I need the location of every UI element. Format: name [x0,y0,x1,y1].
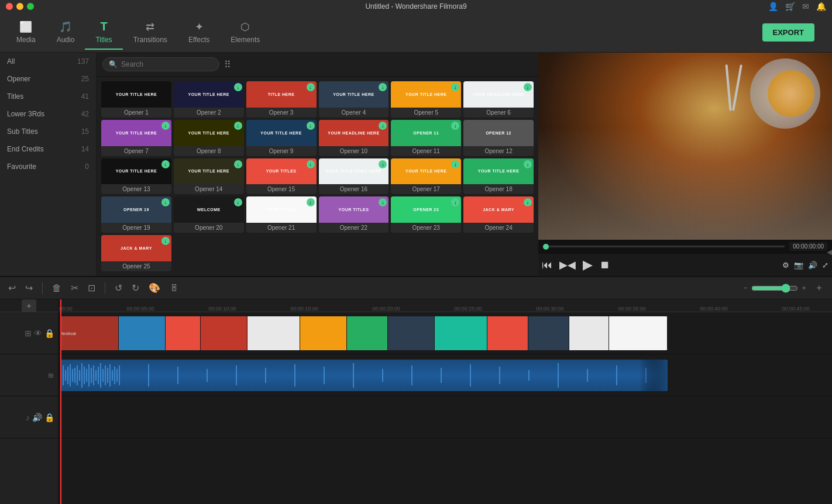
sidebar-item-subtitles[interactable]: Sub Titles 15 [0,123,96,140]
title-card-12[interactable]: Opener 12Opener 12 [463,120,534,156]
download-badge-19[interactable]: ↓ [161,198,170,206]
color-correct-button[interactable]: 🎨 [146,281,163,295]
timeline-ruler[interactable]: 00:00:00:00 00:00:05:00 00:00:10:00 00:0… [59,299,832,312]
title-card-6[interactable]: YOUR HEADLINE HERE↓Opener 6 [463,81,534,118]
sidebar-item-endcredits[interactable]: End Credits 14 [0,140,96,158]
title-card-3[interactable]: TITLE HERE↓Opener 3 [246,81,317,118]
clip-4[interactable] [201,316,247,350]
undo-button[interactable]: ↩ [6,281,18,295]
clip-9[interactable] [435,316,487,350]
tab-elements[interactable]: ⬡ Elements [220,15,270,50]
search-box[interactable]: 🔍 [102,57,219,71]
download-badge-23[interactable]: ↓ [451,198,459,206]
download-badge-20[interactable]: ↓ [234,198,242,206]
minimize-button[interactable] [16,3,23,10]
title-card-21[interactable]: Your Titles↓Opener 21 [246,196,317,233]
download-badge-17[interactable]: ↓ [451,160,459,168]
clip-5[interactable] [247,316,300,350]
zoom-slider[interactable] [751,284,798,293]
title-card-9[interactable]: Your Title Here↓Opener 9 [246,120,317,156]
download-badge-16[interactable]: ↓ [379,160,387,168]
title-card-11[interactable]: Opener 11↓Opener 11 [391,120,461,156]
clip-3[interactable] [166,316,201,350]
download-badge-14[interactable]: ↓ [234,160,242,168]
download-badge-5[interactable]: ↓ [451,83,459,91]
lock-icon[interactable]: 🔒 [44,329,54,338]
cart-icon[interactable]: 🛒 [785,2,795,11]
snapshot-button[interactable]: 📷 [794,261,803,270]
title-card-14[interactable]: YOUR TITLE HERE↓Opener 14 [174,158,244,195]
clip-10[interactable] [487,316,528,350]
download-badge-22[interactable]: ↓ [379,198,387,206]
layers-icon[interactable]: ⊞ [25,329,32,338]
notification-icon[interactable]: 🔔 [816,2,826,11]
title-card-4[interactable]: YOUR TITLE HERE↓Opener 4 [319,81,389,118]
play-button[interactable]: ▶ [583,257,593,272]
audio-waveform-clip[interactable] [60,360,668,391]
stop-button[interactable]: ⏹ [600,259,610,271]
clip-13[interactable] [609,316,668,350]
window-controls[interactable] [6,3,34,10]
download-badge-6[interactable]: ↓ [524,83,532,91]
title-card-2[interactable]: YOUR TITLE HERE↓Opener 2 [174,81,244,118]
download-badge-24[interactable]: ↓ [524,198,532,206]
title-card-17[interactable]: YOUR TITLE HERE↓Opener 17 [391,158,461,195]
timeline-scrubber[interactable] [543,246,785,247]
title-card-5[interactable]: YOUR TITLE HERE↓Opener 5 [391,81,461,118]
title-card-20[interactable]: Welcome↓Opener 20 [174,196,244,233]
video-clip-group[interactable]: festival [60,316,668,350]
sidebar-item-favourite[interactable]: Favourite 0 [0,158,96,175]
title-card-25[interactable]: Jack & Mary↓Opener 25 [101,235,171,271]
download-badge-9[interactable]: ↓ [307,122,315,130]
search-input[interactable] [121,60,213,68]
zoom-out-icon[interactable]: － [742,283,749,293]
download-badge-4[interactable]: ↓ [379,83,387,91]
delete-button[interactable]: 🗑 [50,282,64,295]
download-badge-13[interactable]: ↓ [161,160,170,168]
clip-11[interactable] [528,316,569,350]
mail-icon[interactable]: ✉ [802,2,809,11]
crop-button[interactable]: ⊡ [85,281,98,295]
clip-6[interactable] [300,316,347,350]
title-card-10[interactable]: YOUR HEADLINE HERE↓Opener 10 [319,120,389,156]
zoom-in-icon[interactable]: ＋ [800,283,807,293]
title-card-19[interactable]: Opener 19↓Opener 19 [101,196,171,233]
title-card-22[interactable]: Your Titles↓Opener 22 [319,196,389,233]
playhead[interactable] [60,299,61,504]
sidebar-item-opener[interactable]: Opener 25 [0,70,96,88]
tab-titles[interactable]: T Titles [85,15,122,50]
title-card-1[interactable]: YOUR TITLE HEREOpener 1 [101,81,171,118]
title-card-15[interactable]: Your Titles↓Opener 15 [246,158,317,195]
download-badge-3[interactable]: ↓ [307,83,315,91]
eye-icon[interactable]: 👁 [34,329,42,338]
fullscreen-button[interactable]: ⤢ [822,261,828,270]
audio-settings-button[interactable]: 🎚 [167,282,181,295]
audio-volume-icon[interactable]: 🔊 [32,413,42,422]
download-badge-15[interactable]: ↓ [307,160,315,168]
tab-audio[interactable]: 🎵 Audio [46,15,85,50]
rotate-right-button[interactable]: ↻ [129,281,142,295]
title-card-13[interactable]: YOUR TITLE HERE↓Opener 13 [101,158,171,195]
cut-button[interactable]: ✂ [68,281,81,295]
download-badge-18[interactable]: ↓ [524,160,532,168]
title-card-24[interactable]: Jack & Mary↓Opener 24 [463,196,534,233]
download-badge-25[interactable]: ↓ [161,237,170,245]
resolution-button[interactable]: ⚙ [782,261,789,270]
title-card-16[interactable]: YOUR TITLE GOES HERE↓Opener 16 [319,158,389,195]
title-card-23[interactable]: Opener 23↓Opener 23 [391,196,461,233]
scrubber-handle[interactable] [543,244,549,250]
export-button[interactable]: EXPORT [762,23,814,42]
tab-effects[interactable]: ✦ Effects [178,15,220,50]
tab-transitions[interactable]: ⇄ Transitions [123,15,178,50]
step-back-button[interactable]: ⏮ [542,259,552,271]
close-button[interactable] [6,3,13,10]
play-back-button[interactable]: ▶◀ [559,258,576,271]
rotate-left-button[interactable]: ↺ [112,281,125,295]
clip-2[interactable] [119,316,166,350]
sidebar-item-titles[interactable]: Titles 41 [0,88,96,105]
music-lock-icon[interactable]: 🔒 [44,413,54,422]
grid-view-icon[interactable]: ⠿ [224,59,231,70]
sidebar-item-lower3rds[interactable]: Lower 3Rds 42 [0,105,96,123]
download-badge-8[interactable]: ↓ [234,122,242,130]
volume-button[interactable]: 🔊 [808,261,817,270]
